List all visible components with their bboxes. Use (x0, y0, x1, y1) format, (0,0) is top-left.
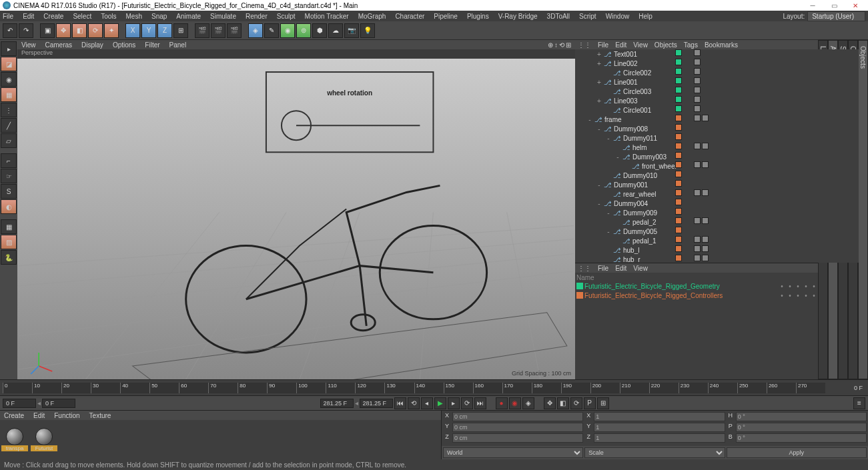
viewport-3d[interactable]: wheel rotation (17, 59, 575, 379)
tree-toggle-icon[interactable]: + (596, 79, 602, 86)
menu-motion-tracker[interactable]: Motion Tracker (305, 13, 349, 20)
visibility-tag[interactable] (675, 152, 682, 159)
object-row[interactable]: +⎇Line002 (575, 59, 859, 68)
no-tag[interactable] (694, 105, 701, 112)
record-button[interactable]: ● (496, 397, 508, 409)
visibility-tag[interactable] (675, 255, 682, 261)
layer-flag-icon[interactable]: • (779, 283, 785, 289)
menu-file[interactable]: File (3, 13, 13, 20)
environment-button[interactable]: ☁ (328, 23, 343, 38)
object-row[interactable]: ⎇pedal_2 (575, 217, 859, 227)
object-manager-tree[interactable]: +⎇Text001+⎇Line002⎇Circle002+⎇Line001⎇Ci… (575, 49, 859, 263)
menu-3dtoall[interactable]: 3DToAll (547, 13, 570, 20)
visibility-tag[interactable] (675, 49, 682, 56)
point-mode-button[interactable]: ⋮ (1, 103, 17, 117)
coord-mode-dropdown[interactable]: World (443, 447, 583, 458)
render-region-button[interactable]: 🎬 (211, 23, 226, 38)
close-button[interactable]: ✕ (845, 1, 865, 10)
rot-key-button[interactable]: ⟳ (570, 397, 582, 409)
layer-flag-icon[interactable]: • (811, 292, 817, 299)
tree-toggle-icon[interactable]: + (596, 97, 602, 105)
no-tag[interactable] (694, 77, 701, 84)
mat-menu-function[interactable]: Function (54, 412, 79, 419)
layer-flag-icon[interactable]: • (795, 292, 801, 299)
tex-tag[interactable] (694, 217, 701, 224)
object-row[interactable]: -⎇Dummy008 (575, 124, 859, 133)
object-row[interactable]: ⎇front_wheel (575, 161, 859, 171)
material-item[interactable]: transpa (1, 428, 28, 451)
next-frame-button[interactable]: ▸ (448, 397, 460, 409)
move-tool-button[interactable]: ✥ (56, 23, 71, 38)
param-key-button[interactable]: P (584, 397, 596, 409)
render-settings-button[interactable]: 🎬 (227, 23, 242, 38)
texture-mode-button[interactable]: ◉ (1, 72, 17, 87)
tex-tag[interactable] (694, 236, 701, 243)
tree-toggle-icon[interactable]: - (606, 209, 611, 217)
om-menu-view[interactable]: View (633, 41, 648, 49)
workplane2-button[interactable]: ◐ (1, 199, 17, 214)
cube-primitive-button[interactable]: ◈ (248, 23, 263, 38)
material-list[interactable]: transpaFuturist (0, 420, 441, 459)
no-tag[interactable] (694, 59, 701, 65)
tex-tag[interactable] (694, 115, 701, 121)
model-mode-button[interactable]: ◪ (1, 57, 17, 71)
cur-frame-b-field[interactable] (360, 399, 393, 408)
pen-button[interactable]: ✎ (264, 23, 279, 38)
layer-flag-icon[interactable]: • (795, 283, 801, 289)
visibility-tag[interactable] (675, 133, 682, 140)
visibility-tag[interactable] (675, 96, 682, 103)
chk-tag[interactable] (702, 115, 709, 121)
object-row[interactable]: +⎇Text001 (575, 49, 859, 59)
render-view-button[interactable]: 🎬 (195, 23, 209, 38)
goto-end-button[interactable]: ⏭ (474, 397, 486, 409)
autokey-button[interactable]: ◉ (509, 397, 521, 409)
am-grip-icon[interactable]: ⋮⋮ (578, 265, 591, 272)
om-menu-bookmarks[interactable]: Bookmarks (705, 41, 738, 49)
minimize-button[interactable]: ─ (803, 1, 823, 10)
coord-y[interactable] (452, 423, 583, 432)
start-frame-field[interactable] (3, 399, 36, 408)
visibility-tag[interactable] (675, 87, 682, 93)
layer-flag-icon[interactable]: • (779, 292, 785, 299)
snap-button[interactable]: S (1, 184, 17, 199)
chk-tag[interactable] (702, 143, 709, 149)
maximize-button[interactable]: ▭ (824, 1, 844, 10)
workplane-button[interactable]: ▦ (1, 87, 17, 102)
menu-window[interactable]: Window (606, 13, 630, 20)
vp-menu-options[interactable]: Options (113, 41, 135, 49)
poly-mode-button[interactable]: ▱ (1, 133, 17, 148)
tex-tag[interactable] (694, 189, 701, 196)
timeline-ruler[interactable]: 0102030405060708090100110120130140150160… (0, 379, 868, 395)
goto-start-button[interactable]: ⏮ (394, 397, 406, 409)
menu-mograph[interactable]: MoGraph (358, 13, 386, 20)
object-row[interactable]: ⎇pedal_1 (575, 236, 859, 245)
keyframe-sel-button[interactable]: ◈ (522, 397, 534, 409)
visibility-tag[interactable] (675, 143, 682, 149)
om-menu-edit[interactable]: Edit (615, 41, 626, 49)
mat-menu-edit[interactable]: Edit (33, 412, 45, 419)
rot-b[interactable] (736, 433, 867, 443)
visibility-tag[interactable] (675, 199, 682, 205)
visibility-tag[interactable] (675, 217, 682, 224)
chk-tag[interactable] (702, 189, 709, 196)
object-row[interactable]: ⎇Circle003 (575, 87, 859, 96)
visibility-tag[interactable] (675, 161, 682, 168)
no-tag[interactable] (694, 96, 701, 103)
play-button[interactable]: ▶ (434, 397, 446, 409)
visibility-tag[interactable] (675, 227, 682, 233)
last-tool-button[interactable]: ✦ (104, 23, 119, 38)
visibility-tag[interactable] (675, 115, 682, 121)
layer-row[interactable]: Futuristic_Electric_Bicycle_Rigged_Geome… (576, 281, 857, 291)
visibility-tag[interactable] (675, 59, 682, 65)
object-row[interactable]: +⎇Line001 (575, 77, 859, 87)
visibility-tag[interactable] (675, 180, 682, 187)
deformer-button[interactable]: ⬢ (312, 23, 327, 38)
apply-button[interactable]: Apply (727, 447, 867, 458)
vp-icon-3[interactable]: ⟲ (559, 41, 564, 49)
no-tag[interactable] (694, 68, 701, 75)
object-row[interactable]: ⎇hub_r (575, 255, 859, 263)
object-row[interactable]: ⎇Circle002 (575, 68, 859, 77)
layout-dropdown[interactable]: Startup (User) (807, 11, 865, 21)
z-axis-button[interactable]: Z (157, 23, 172, 38)
layer-flag-icon[interactable]: • (803, 283, 809, 289)
